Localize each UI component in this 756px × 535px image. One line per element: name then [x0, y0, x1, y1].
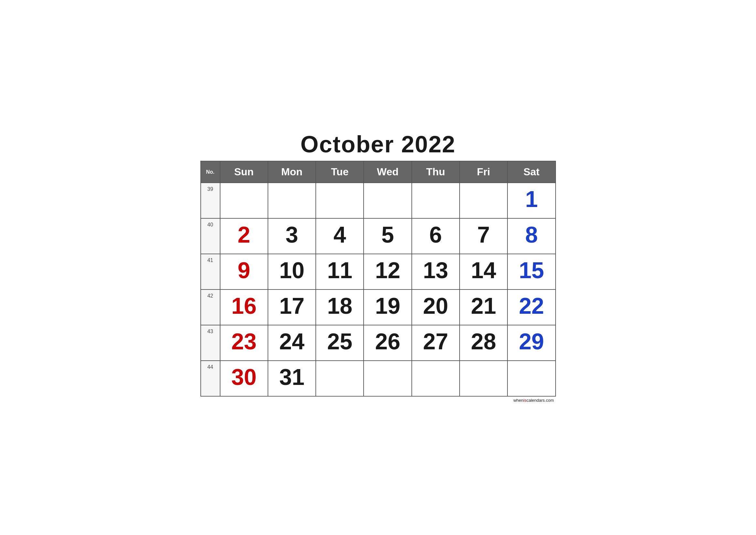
day-cell-30: 30	[220, 361, 268, 396]
calendar-title: October 2022	[201, 131, 556, 157]
day-cell-13: 13	[412, 254, 460, 290]
header-wed: Wed	[364, 161, 412, 183]
day-cell-empty	[507, 361, 555, 396]
day-cell-24: 24	[268, 325, 316, 361]
week-row-42: 4216171819202122	[201, 290, 555, 325]
day-cell-12: 12	[364, 254, 412, 290]
header-sat: Sat	[507, 161, 555, 183]
day-cell-10: 10	[268, 254, 316, 290]
day-cell-empty	[412, 183, 460, 218]
day-cell-empty	[460, 183, 507, 218]
week-row-40: 402345678	[201, 218, 555, 254]
day-cell-empty	[316, 183, 364, 218]
header-fri: Fri	[460, 161, 507, 183]
day-cell-31: 31	[268, 361, 316, 396]
day-cell-25: 25	[316, 325, 364, 361]
day-cell-empty	[364, 361, 412, 396]
day-cell-18: 18	[316, 290, 364, 325]
day-cell-empty	[364, 183, 412, 218]
day-cell-2: 2	[220, 218, 268, 254]
day-cell-5: 5	[364, 218, 412, 254]
week-row-44: 443031	[201, 361, 555, 396]
day-cell-28: 28	[460, 325, 507, 361]
day-cell-9: 9	[220, 254, 268, 290]
day-cell-20: 20	[412, 290, 460, 325]
week-number: 43	[201, 325, 220, 361]
day-cell-26: 26	[364, 325, 412, 361]
day-cell-6: 6	[412, 218, 460, 254]
day-cell-14: 14	[460, 254, 507, 290]
header-row: No. Sun Mon Tue Wed Thu Fri Sat	[201, 161, 555, 183]
calendar-body: 3914023456784191011121314154216171819202…	[201, 183, 555, 396]
day-cell-4: 4	[316, 218, 364, 254]
day-cell-8: 8	[507, 218, 555, 254]
day-cell-empty	[412, 361, 460, 396]
day-cell-21: 21	[460, 290, 507, 325]
day-cell-3: 3	[268, 218, 316, 254]
no-header: No.	[201, 161, 220, 183]
week-row-39: 391	[201, 183, 555, 218]
week-number: 39	[201, 183, 220, 218]
day-cell-empty	[316, 361, 364, 396]
day-cell-1: 1	[507, 183, 555, 218]
day-cell-19: 19	[364, 290, 412, 325]
calendar-table: No. Sun Mon Tue Wed Thu Fri Sat 39140234…	[201, 161, 556, 397]
day-cell-7: 7	[460, 218, 507, 254]
header-sun: Sun	[220, 161, 268, 183]
week-number: 40	[201, 218, 220, 254]
header-thu: Thu	[412, 161, 460, 183]
day-cell-empty	[268, 183, 316, 218]
header-mon: Mon	[268, 161, 316, 183]
day-cell-17: 17	[268, 290, 316, 325]
week-number: 41	[201, 254, 220, 290]
day-cell-27: 27	[412, 325, 460, 361]
week-row-43: 4323242526272829	[201, 325, 555, 361]
watermark-link[interactable]: wheniscalendars.com	[513, 398, 554, 403]
header-tue: Tue	[316, 161, 364, 183]
day-cell-22: 22	[507, 290, 555, 325]
day-cell-29: 29	[507, 325, 555, 361]
day-cell-15: 15	[507, 254, 555, 290]
day-cell-23: 23	[220, 325, 268, 361]
day-cell-11: 11	[316, 254, 364, 290]
week-number: 44	[201, 361, 220, 396]
day-cell-16: 16	[220, 290, 268, 325]
week-number: 42	[201, 290, 220, 325]
watermark: wheniscalendars.com	[201, 397, 556, 404]
day-cell-empty	[460, 361, 507, 396]
calendar-container: October 2022 No. Sun Mon Tue Wed Thu Fri…	[201, 131, 556, 404]
day-cell-empty	[220, 183, 268, 218]
week-row-41: 419101112131415	[201, 254, 555, 290]
